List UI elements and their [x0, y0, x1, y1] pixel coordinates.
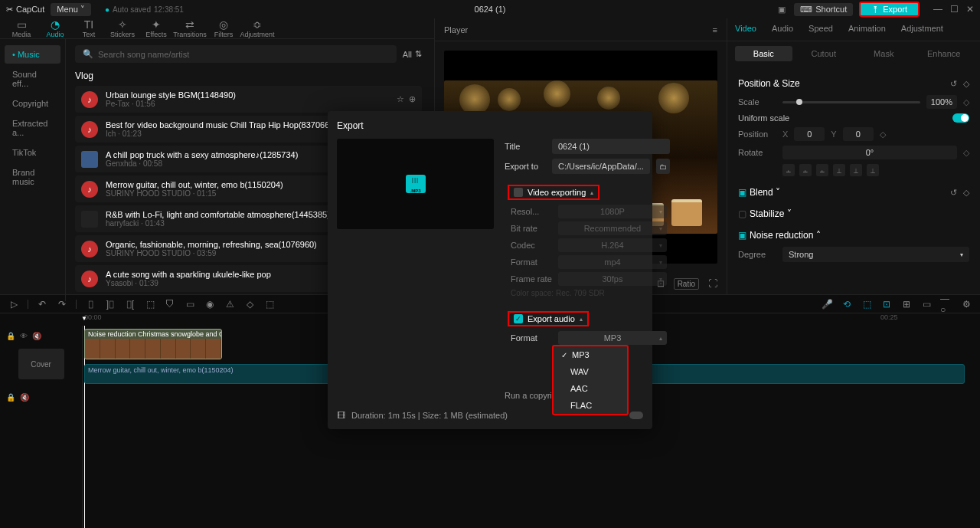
- filmstrip-icon: 🎞: [337, 411, 345, 420]
- mp3-badge-icon: .MP3: [406, 175, 426, 193]
- export-modal: Export .MP3 Title0624 (1) Export toC:/Us…: [328, 111, 652, 429]
- audio-format-menu: MP3 WAV AAC FLAC: [552, 345, 629, 415]
- format-option-wav[interactable]: WAV: [554, 363, 627, 380]
- export-path-input[interactable]: C:/Users/ic/AppData/...: [552, 159, 650, 174]
- vformat-dropdown[interactable]: mp4▾: [558, 255, 667, 269]
- format-option-flac[interactable]: FLAC: [554, 397, 627, 414]
- audio-export-checkbox[interactable]: ✓: [514, 314, 523, 323]
- export-preview: .MP3: [337, 139, 494, 229]
- format-option-aac[interactable]: AAC: [554, 380, 627, 397]
- audio-format-dropdown[interactable]: MP3▴: [558, 331, 667, 345]
- modal-overlay: Export .MP3 Title0624 (1) Export toC:/Us…: [0, 0, 980, 528]
- codec-dropdown[interactable]: H.264▾: [558, 238, 667, 252]
- format-option-mp3[interactable]: MP3: [554, 346, 627, 363]
- modal-title: Export: [337, 120, 643, 131]
- resolution-dropdown[interactable]: 1080P▾: [558, 205, 667, 218]
- export-title-input[interactable]: 0624 (1): [552, 139, 670, 154]
- export-duration: Duration: 1m 15s | Size: 1 MB (estimated…: [351, 411, 508, 420]
- footer-toggle[interactable]: [629, 412, 643, 419]
- framerate-dropdown[interactable]: 30fps▾: [558, 272, 667, 286]
- bitrate-dropdown[interactable]: Recommended▾: [558, 221, 667, 235]
- video-export-checkbox[interactable]: [514, 188, 523, 197]
- browse-folder-icon[interactable]: 🗀: [656, 159, 670, 174]
